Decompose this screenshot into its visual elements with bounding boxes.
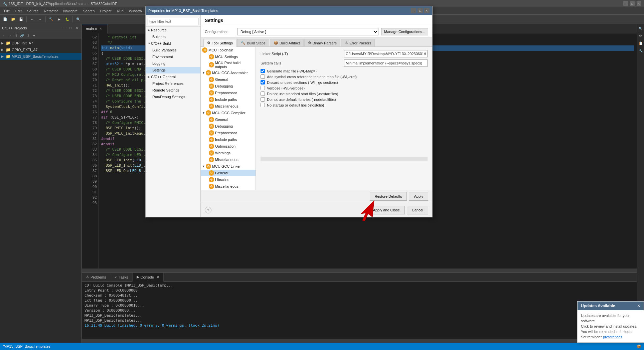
nav-linker-misc[interactable]: ⚙ Miscellaneous (201, 183, 256, 190)
panel-tb-1[interactable]: ← (1, 33, 7, 38)
manage-configs-btn[interactable]: Manage Configurations... (381, 28, 428, 35)
nav-item-rundebug[interactable]: Run/Debug Settings (146, 94, 200, 100)
nav-comp-preprocessor[interactable]: ⚙ Preprocessor (201, 130, 256, 136)
nav-linker-libraries[interactable]: ⚙ Libraries (201, 176, 256, 183)
toolbar-run[interactable]: ▶ (55, 16, 63, 23)
nav-item-environment[interactable]: Environment (146, 53, 200, 60)
nav-comp-debugging[interactable]: ⚙ Debugging (201, 123, 256, 130)
nav-mcu-toolchain[interactable]: ⚙ MCU Toolchain (201, 47, 256, 53)
console-close-icon[interactable]: ✕ (157, 276, 159, 279)
toolbar-open[interactable]: 📁 (9, 16, 17, 23)
bottom-tab-tasks[interactable]: ✓ Tasks (110, 273, 132, 282)
dialog-close-btn[interactable]: ✕ (424, 8, 430, 13)
cancel-btn[interactable]: Cancel (407, 206, 428, 214)
toolbar-forward[interactable]: → (36, 16, 44, 23)
console-content[interactable]: CDT Build Console [MP13_BSP_BasicTemp...… (82, 282, 637, 339)
panel-close[interactable]: ✕ (74, 25, 79, 31)
nav-gcc-compiler[interactable]: ▼ ⚙ MCU GCC Compiler (201, 110, 256, 116)
dialog-maximize-btn[interactable]: □ (418, 8, 423, 13)
menu-run[interactable]: Run (114, 8, 126, 14)
tab-tool-settings[interactable]: ⚙ Tool Settings (203, 39, 236, 47)
panel-minimize[interactable]: ─ (61, 25, 67, 31)
nav-gcc-assembler[interactable]: ▼ ⚙ MCU GCC Assembler (201, 69, 256, 76)
nav-asm-includepaths[interactable]: ⚙ Include paths (201, 96, 256, 103)
apply-close-btn[interactable]: Apply and Close (368, 206, 405, 214)
bottom-tab-console[interactable]: ▶ Console ✕ (133, 273, 164, 282)
menu-window[interactable]: Window (126, 8, 145, 14)
menu-search[interactable]: Search (80, 8, 98, 14)
updates-preferences-link[interactable]: preferences (603, 335, 622, 339)
checkbox-nostartfiles-input[interactable] (261, 92, 265, 96)
checkbox-mapfile-input[interactable] (261, 69, 265, 73)
nav-asm-debugging[interactable]: ⚙ Debugging (201, 83, 256, 90)
right-btn-2[interactable]: ⚙ (638, 33, 644, 39)
editor-scrollbar-h[interactable] (82, 269, 637, 273)
toolbar-search[interactable]: 🔍 (74, 16, 82, 23)
nav-mcu-postbuild[interactable]: ⚙ MCU Post build outputs (201, 60, 256, 69)
nav-item-logging[interactable]: Logging (146, 60, 200, 67)
nav-linker-general[interactable]: ⚙ General (201, 170, 256, 176)
nav-item-cppgeneral[interactable]: ▶ C/C++ General (146, 73, 200, 80)
menu-refactor[interactable]: Refactor (41, 8, 61, 14)
restore-defaults-btn[interactable]: Restore Defaults (370, 192, 407, 201)
tree-item-ddr[interactable]: ▶ 📁 DDR_Init_A7 (0, 40, 82, 46)
nav-comp-warnings[interactable]: ⚙ Warnings (201, 150, 256, 156)
minimize-button[interactable]: ─ (623, 1, 628, 6)
settings-scrollbar-h[interactable] (261, 157, 428, 161)
updates-close-btn[interactable]: ✕ (637, 304, 640, 308)
nav-comp-optimization[interactable]: ⚙ Optimization (201, 143, 256, 150)
menu-project[interactable]: Project (97, 8, 114, 14)
panel-maximize[interactable]: □ (68, 25, 73, 31)
apply-btn[interactable]: Apply (409, 192, 428, 201)
tab-error-parsers[interactable]: ⚠ Error Parsers (341, 39, 375, 46)
tab-build-artifact[interactable]: 📦 Build Artifact (270, 39, 304, 46)
menu-navigate[interactable]: Navigate (60, 8, 80, 14)
nav-item-projectrefs[interactable]: Project References (146, 80, 200, 87)
dialog-minimize-btn[interactable]: ─ (411, 8, 416, 13)
nav-asm-misc[interactable]: ⚙ Miscellaneous (201, 103, 256, 110)
nav-item-builders[interactable]: Builders (146, 33, 200, 40)
bottom-tab-problems[interactable]: ⚠ Problems (82, 273, 110, 282)
close-button[interactable]: ✕ (637, 1, 641, 6)
tree-item-gpio[interactable]: ▶ 📁 GPIO_EXTI_A7 (0, 46, 82, 53)
console-scrollbar-h[interactable] (82, 339, 637, 343)
menu-source[interactable]: Source (24, 8, 41, 14)
tab-binary-parsers[interactable]: ⚙ Binary Parsers (304, 39, 340, 46)
panel-tb-4[interactable]: 🔗 (19, 33, 25, 38)
checkbox-verbose-input[interactable] (261, 86, 265, 90)
toolbar-debug[interactable]: 🐛 (63, 16, 71, 23)
nav-asm-preprocessor[interactable]: ⚙ Preprocessor (201, 90, 256, 96)
toolbar-save[interactable]: 💾 (17, 16, 25, 23)
filter-input[interactable] (148, 18, 198, 25)
toolbar-build[interactable]: 🔨 (47, 16, 55, 23)
help-icon[interactable]: ? (205, 207, 211, 213)
nav-item-remotesettings[interactable]: Remote Settings (146, 87, 200, 94)
panel-tb-3[interactable]: ⬆ (13, 33, 19, 38)
menu-file[interactable]: File (1, 8, 13, 14)
linker-script-input[interactable] (344, 50, 428, 57)
right-btn-3[interactable]: 📋 (638, 40, 644, 46)
nav-item-buildvars[interactable]: Build Variables (146, 47, 200, 53)
nav-comp-misc[interactable]: ⚙ Miscellaneous (201, 156, 256, 163)
menu-edit[interactable]: Edit (13, 8, 24, 14)
nav-item-cppbuild[interactable]: ▼ C/C++ Build (146, 40, 200, 47)
toolbar-back[interactable]: ← (28, 16, 36, 23)
nav-comp-general[interactable]: ⚙ General (201, 116, 256, 123)
checkbox-nodefaultlibs-input[interactable] (261, 97, 265, 102)
config-select[interactable]: Debug [ Active ] (237, 28, 378, 35)
nav-comp-includepaths[interactable]: ⚙ Include paths (201, 136, 256, 143)
right-btn-1[interactable]: 🔍 (638, 25, 644, 31)
checkbox-nostdlib-input[interactable] (261, 103, 265, 107)
nav-gcc-linker[interactable]: ▼ ⚙ MCU GCC Linker (201, 163, 256, 170)
nav-item-resource[interactable]: ▶ Resource (146, 27, 200, 33)
nav-item-settings[interactable]: Settings (146, 67, 200, 73)
tree-item-mp13[interactable]: ▶ 📁 MP13_BSP_BasicTemplates (0, 53, 82, 60)
panel-tb-5[interactable]: ⬇ (25, 33, 31, 38)
maximize-button[interactable]: □ (630, 1, 635, 6)
panel-tb-6[interactable]: ▼ (31, 33, 37, 38)
checkbox-crossref-input[interactable] (261, 74, 265, 79)
nav-mcu-settings[interactable]: ⚙ MCU Settings (201, 53, 256, 60)
checkbox-discard-input[interactable] (261, 80, 265, 84)
tab-close-mainc[interactable]: ✕ (99, 26, 103, 31)
toolbar-new[interactable]: 📄 (1, 16, 9, 23)
